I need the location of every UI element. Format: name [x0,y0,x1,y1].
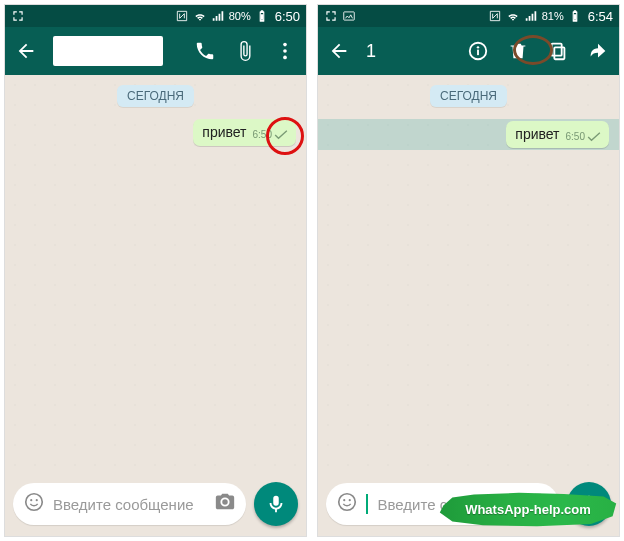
mic-button[interactable] [567,482,611,526]
phone-right: 81% 6:54 1 СЕГОДНЯ привет 6:50 Вв [317,4,620,537]
battery-icon [255,9,269,23]
message-bubble-outgoing[interactable]: привет 6:50 [193,119,296,146]
battery-percent: 80% [229,10,251,22]
screenshot-icon [11,9,25,23]
svg-point-1 [283,43,287,47]
message-input[interactable]: Введите со [326,483,559,525]
input-bar: Введите со [318,476,619,536]
call-button[interactable] [192,38,218,64]
copy-button[interactable] [545,38,571,64]
input-placeholder: Введите сообщение [53,496,206,513]
svg-rect-12 [554,47,564,59]
selection-app-bar: 1 [318,27,619,75]
forward-button[interactable] [585,38,611,64]
single-check-icon [274,130,288,140]
mic-button[interactable] [254,482,298,526]
phone-left: 80% 6:50 СЕГОДНЯ привет 6:50 Введите соо… [4,4,307,537]
message-text: привет [202,124,246,140]
status-bar: 81% 6:54 [318,5,619,27]
nfc-icon [175,9,189,23]
back-button[interactable] [13,38,39,64]
input-placeholder: Введите со [378,496,520,513]
svg-point-14 [339,494,356,511]
svg-point-2 [283,49,287,53]
info-button[interactable] [465,38,491,64]
svg-rect-13 [552,44,562,56]
message-row[interactable]: привет 6:50 [15,119,296,146]
svg-rect-8 [574,14,576,19]
status-bar: 80% 6:50 [5,5,306,27]
camera-icon[interactable] [527,491,549,517]
message-input[interactable]: Введите сообщение [13,483,246,525]
chat-app-bar [5,27,306,75]
signal-icon [524,9,538,23]
svg-point-4 [26,494,43,511]
contact-name-redacted[interactable] [53,36,163,66]
message-time: 6:50 [253,129,272,140]
message-row-selected[interactable]: привет 6:50 [318,119,619,150]
chat-body[interactable]: СЕГОДНЯ привет 6:50 [5,75,306,476]
camera-icon[interactable] [214,491,236,517]
menu-button[interactable] [272,38,298,64]
wifi-icon [193,9,207,23]
emoji-icon[interactable] [336,491,358,517]
svg-point-6 [36,499,38,501]
wifi-icon [506,9,520,23]
emoji-icon[interactable] [23,491,45,517]
message-meta: 6:50 [253,129,288,140]
battery-icon [568,9,582,23]
chat-body[interactable]: СЕГОДНЯ привет 6:50 [318,75,619,476]
svg-rect-0 [261,14,263,19]
input-bar: Введите сообщение [5,476,306,536]
gallery-icon [342,9,356,23]
svg-rect-11 [477,50,479,56]
attach-button[interactable] [232,38,258,64]
message-meta: 6:50 [566,131,601,142]
nfc-icon [488,9,502,23]
svg-point-10 [477,46,479,48]
text-cursor [366,494,368,514]
svg-point-5 [30,499,32,501]
signal-icon [211,9,225,23]
svg-point-3 [283,56,287,60]
svg-rect-7 [344,12,355,20]
svg-point-16 [349,499,351,501]
message-time: 6:50 [566,131,585,142]
message-bubble-outgoing[interactable]: привет 6:50 [506,121,609,148]
svg-point-15 [343,499,345,501]
selection-count: 1 [366,41,376,62]
back-button[interactable] [326,38,352,64]
battery-percent: 81% [542,10,564,22]
single-check-icon [587,132,601,142]
screenshot-icon [324,9,338,23]
status-time: 6:50 [275,9,300,24]
message-text: привет [515,126,559,142]
date-chip: СЕГОДНЯ [117,85,194,107]
delete-button[interactable] [505,38,531,64]
date-chip: СЕГОДНЯ [430,85,507,107]
status-time: 6:54 [588,9,613,24]
